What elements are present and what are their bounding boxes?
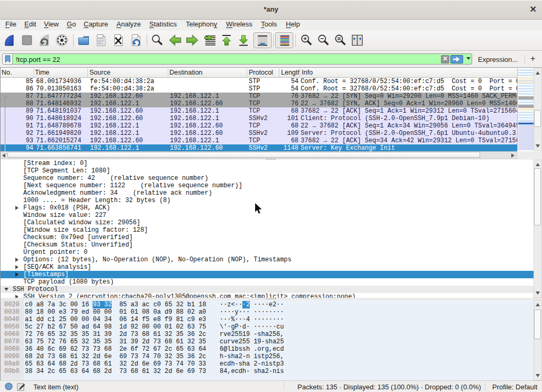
svg-text:0011: 0011 — [98, 42, 104, 45]
